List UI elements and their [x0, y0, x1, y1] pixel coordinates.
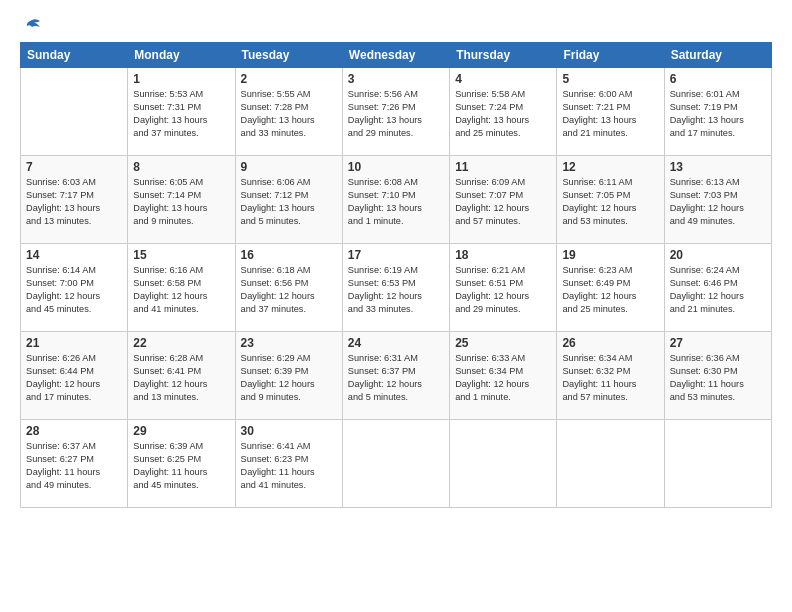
day-info: Sunrise: 6:14 AM Sunset: 7:00 PM Dayligh… [26, 264, 122, 316]
day-number: 14 [26, 248, 122, 262]
day-info: Sunrise: 6:37 AM Sunset: 6:27 PM Dayligh… [26, 440, 122, 492]
calendar-cell [557, 420, 664, 508]
day-number: 28 [26, 424, 122, 438]
calendar-cell: 7Sunrise: 6:03 AM Sunset: 7:17 PM Daylig… [21, 156, 128, 244]
calendar-cell: 10Sunrise: 6:08 AM Sunset: 7:10 PM Dayli… [342, 156, 449, 244]
day-info: Sunrise: 5:55 AM Sunset: 7:28 PM Dayligh… [241, 88, 337, 140]
calendar: SundayMondayTuesdayWednesdayThursdayFrid… [20, 42, 772, 508]
day-info: Sunrise: 6:16 AM Sunset: 6:58 PM Dayligh… [133, 264, 229, 316]
day-number: 12 [562, 160, 658, 174]
calendar-cell: 17Sunrise: 6:19 AM Sunset: 6:53 PM Dayli… [342, 244, 449, 332]
day-info: Sunrise: 6:36 AM Sunset: 6:30 PM Dayligh… [670, 352, 766, 404]
calendar-week-row: 7Sunrise: 6:03 AM Sunset: 7:17 PM Daylig… [21, 156, 772, 244]
calendar-cell: 20Sunrise: 6:24 AM Sunset: 6:46 PM Dayli… [664, 244, 771, 332]
calendar-cell: 5Sunrise: 6:00 AM Sunset: 7:21 PM Daylig… [557, 68, 664, 156]
calendar-cell: 4Sunrise: 5:58 AM Sunset: 7:24 PM Daylig… [450, 68, 557, 156]
day-number: 5 [562, 72, 658, 86]
day-number: 20 [670, 248, 766, 262]
calendar-cell: 6Sunrise: 6:01 AM Sunset: 7:19 PM Daylig… [664, 68, 771, 156]
calendar-cell: 1Sunrise: 5:53 AM Sunset: 7:31 PM Daylig… [128, 68, 235, 156]
calendar-day-header: Sunday [21, 43, 128, 68]
day-info: Sunrise: 6:29 AM Sunset: 6:39 PM Dayligh… [241, 352, 337, 404]
calendar-week-row: 21Sunrise: 6:26 AM Sunset: 6:44 PM Dayli… [21, 332, 772, 420]
calendar-week-row: 1Sunrise: 5:53 AM Sunset: 7:31 PM Daylig… [21, 68, 772, 156]
day-info: Sunrise: 6:34 AM Sunset: 6:32 PM Dayligh… [562, 352, 658, 404]
day-number: 25 [455, 336, 551, 350]
day-info: Sunrise: 6:39 AM Sunset: 6:25 PM Dayligh… [133, 440, 229, 492]
day-number: 21 [26, 336, 122, 350]
day-info: Sunrise: 6:00 AM Sunset: 7:21 PM Dayligh… [562, 88, 658, 140]
day-info: Sunrise: 6:01 AM Sunset: 7:19 PM Dayligh… [670, 88, 766, 140]
day-info: Sunrise: 6:08 AM Sunset: 7:10 PM Dayligh… [348, 176, 444, 228]
day-number: 24 [348, 336, 444, 350]
day-number: 27 [670, 336, 766, 350]
day-number: 22 [133, 336, 229, 350]
day-number: 11 [455, 160, 551, 174]
day-number: 15 [133, 248, 229, 262]
day-info: Sunrise: 6:05 AM Sunset: 7:14 PM Dayligh… [133, 176, 229, 228]
day-number: 18 [455, 248, 551, 262]
calendar-cell: 25Sunrise: 6:33 AM Sunset: 6:34 PM Dayli… [450, 332, 557, 420]
day-number: 2 [241, 72, 337, 86]
day-number: 30 [241, 424, 337, 438]
calendar-cell: 23Sunrise: 6:29 AM Sunset: 6:39 PM Dayli… [235, 332, 342, 420]
calendar-cell [450, 420, 557, 508]
day-number: 17 [348, 248, 444, 262]
page: SundayMondayTuesdayWednesdayThursdayFrid… [0, 0, 792, 612]
calendar-cell: 14Sunrise: 6:14 AM Sunset: 7:00 PM Dayli… [21, 244, 128, 332]
day-info: Sunrise: 6:28 AM Sunset: 6:41 PM Dayligh… [133, 352, 229, 404]
day-info: Sunrise: 6:13 AM Sunset: 7:03 PM Dayligh… [670, 176, 766, 228]
calendar-cell: 13Sunrise: 6:13 AM Sunset: 7:03 PM Dayli… [664, 156, 771, 244]
day-info: Sunrise: 5:56 AM Sunset: 7:26 PM Dayligh… [348, 88, 444, 140]
calendar-cell: 21Sunrise: 6:26 AM Sunset: 6:44 PM Dayli… [21, 332, 128, 420]
day-number: 7 [26, 160, 122, 174]
calendar-cell: 11Sunrise: 6:09 AM Sunset: 7:07 PM Dayli… [450, 156, 557, 244]
day-number: 9 [241, 160, 337, 174]
calendar-day-header: Friday [557, 43, 664, 68]
day-info: Sunrise: 5:58 AM Sunset: 7:24 PM Dayligh… [455, 88, 551, 140]
day-number: 6 [670, 72, 766, 86]
day-info: Sunrise: 6:06 AM Sunset: 7:12 PM Dayligh… [241, 176, 337, 228]
day-info: Sunrise: 6:21 AM Sunset: 6:51 PM Dayligh… [455, 264, 551, 316]
day-info: Sunrise: 6:31 AM Sunset: 6:37 PM Dayligh… [348, 352, 444, 404]
day-number: 16 [241, 248, 337, 262]
day-info: Sunrise: 6:11 AM Sunset: 7:05 PM Dayligh… [562, 176, 658, 228]
day-info: Sunrise: 6:03 AM Sunset: 7:17 PM Dayligh… [26, 176, 122, 228]
calendar-cell: 2Sunrise: 5:55 AM Sunset: 7:28 PM Daylig… [235, 68, 342, 156]
calendar-cell: 26Sunrise: 6:34 AM Sunset: 6:32 PM Dayli… [557, 332, 664, 420]
calendar-cell: 15Sunrise: 6:16 AM Sunset: 6:58 PM Dayli… [128, 244, 235, 332]
calendar-cell [342, 420, 449, 508]
calendar-cell: 27Sunrise: 6:36 AM Sunset: 6:30 PM Dayli… [664, 332, 771, 420]
header [20, 18, 772, 34]
calendar-day-header: Thursday [450, 43, 557, 68]
day-info: Sunrise: 6:24 AM Sunset: 6:46 PM Dayligh… [670, 264, 766, 316]
calendar-cell: 8Sunrise: 6:05 AM Sunset: 7:14 PM Daylig… [128, 156, 235, 244]
day-info: Sunrise: 6:33 AM Sunset: 6:34 PM Dayligh… [455, 352, 551, 404]
day-number: 29 [133, 424, 229, 438]
day-number: 23 [241, 336, 337, 350]
calendar-cell: 3Sunrise: 5:56 AM Sunset: 7:26 PM Daylig… [342, 68, 449, 156]
day-number: 26 [562, 336, 658, 350]
calendar-cell [21, 68, 128, 156]
day-number: 1 [133, 72, 229, 86]
calendar-header-row: SundayMondayTuesdayWednesdayThursdayFrid… [21, 43, 772, 68]
day-number: 10 [348, 160, 444, 174]
calendar-cell: 19Sunrise: 6:23 AM Sunset: 6:49 PM Dayli… [557, 244, 664, 332]
calendar-cell: 24Sunrise: 6:31 AM Sunset: 6:37 PM Dayli… [342, 332, 449, 420]
calendar-cell: 18Sunrise: 6:21 AM Sunset: 6:51 PM Dayli… [450, 244, 557, 332]
day-number: 4 [455, 72, 551, 86]
day-number: 3 [348, 72, 444, 86]
day-info: Sunrise: 6:19 AM Sunset: 6:53 PM Dayligh… [348, 264, 444, 316]
calendar-cell: 22Sunrise: 6:28 AM Sunset: 6:41 PM Dayli… [128, 332, 235, 420]
day-info: Sunrise: 6:26 AM Sunset: 6:44 PM Dayligh… [26, 352, 122, 404]
day-number: 13 [670, 160, 766, 174]
day-info: Sunrise: 6:09 AM Sunset: 7:07 PM Dayligh… [455, 176, 551, 228]
calendar-cell: 30Sunrise: 6:41 AM Sunset: 6:23 PM Dayli… [235, 420, 342, 508]
day-info: Sunrise: 6:18 AM Sunset: 6:56 PM Dayligh… [241, 264, 337, 316]
calendar-cell: 28Sunrise: 6:37 AM Sunset: 6:27 PM Dayli… [21, 420, 128, 508]
calendar-cell: 9Sunrise: 6:06 AM Sunset: 7:12 PM Daylig… [235, 156, 342, 244]
day-info: Sunrise: 6:23 AM Sunset: 6:49 PM Dayligh… [562, 264, 658, 316]
calendar-cell: 12Sunrise: 6:11 AM Sunset: 7:05 PM Dayli… [557, 156, 664, 244]
calendar-day-header: Monday [128, 43, 235, 68]
calendar-cell [664, 420, 771, 508]
